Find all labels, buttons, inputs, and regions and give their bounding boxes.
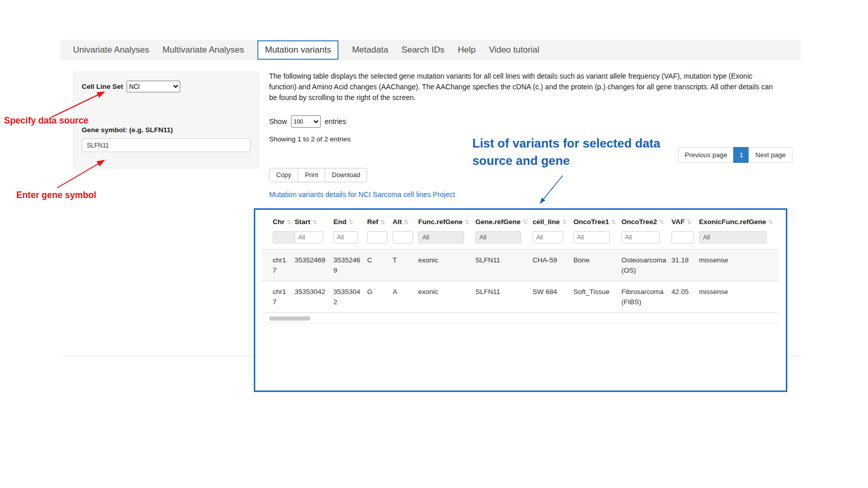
- gene-symbol-input[interactable]: [82, 138, 251, 152]
- column-header-oncotree2[interactable]: OncoTree2⇅: [619, 212, 669, 230]
- filter-cell: [365, 230, 390, 250]
- previous-page-button[interactable]: Previous page: [678, 147, 734, 163]
- filter-oncotree1[interactable]: [573, 231, 610, 243]
- column-header-end[interactable]: End⇅: [331, 212, 365, 230]
- horizontal-scrollbar-thumb[interactable]: [269, 316, 310, 321]
- sort-icon: ⇅: [611, 219, 616, 225]
- annotation-enter-gene-symbol: Enter gene symbol: [16, 190, 97, 201]
- cell-start: 35352469: [292, 250, 331, 281]
- column-label: Alt: [393, 218, 402, 226]
- filter-exonicfunc-refgene[interactable]: All: [699, 231, 767, 243]
- table-filter-row: AllAllAll: [262, 230, 779, 250]
- cell-ref: C: [365, 250, 390, 281]
- column-header-start[interactable]: Start⇅: [292, 212, 331, 230]
- entries-per-page-select[interactable]: 100: [291, 115, 321, 128]
- sort-icon: ⇅: [404, 219, 409, 225]
- variants-table-container: Chr⇅Start⇅End⇅Ref⇅Alt⇅Func.refGene⇅Gene.…: [254, 208, 787, 392]
- column-header-vaf[interactable]: VAF⇅: [669, 212, 696, 230]
- column-header-ref[interactable]: Ref⇅: [365, 212, 390, 230]
- cell-chr: chr17: [262, 250, 292, 281]
- cell-start: 35353042: [292, 281, 331, 313]
- tab-bar: Univariate AnalysesMultivariate Analyses…: [60, 40, 801, 60]
- cell-gene-refgene: SLFN11: [473, 281, 530, 313]
- cell-cell-line: SW 684: [530, 281, 571, 313]
- sort-icon: ⇅: [312, 219, 318, 225]
- filter-gene-refgene[interactable]: All: [475, 231, 521, 243]
- tab-multivariate-analyses[interactable]: Multivariate Analyses: [162, 45, 244, 55]
- column-label: End: [333, 218, 347, 226]
- cell-oncotree1: Soft_Tissue: [571, 281, 619, 313]
- sort-icon: ⇅: [562, 219, 567, 225]
- entries-label: entries: [325, 117, 346, 126]
- filter-cell: [669, 230, 696, 250]
- column-label: Func.refGene: [418, 218, 463, 226]
- control-panel: Cell Line Set NCI Gene symbol: (e.g. SLF…: [73, 71, 259, 168]
- filter-start[interactable]: [295, 231, 323, 243]
- column-header-gene-refgene[interactable]: Gene.refGene⇅: [473, 212, 530, 230]
- tab-help[interactable]: Help: [457, 45, 475, 55]
- column-header-exonicfunc-refgene[interactable]: ExonicFunc.refGene⇅: [696, 212, 779, 230]
- cell-alt: T: [390, 250, 416, 281]
- tab-metadata[interactable]: Metadata: [352, 45, 388, 55]
- cell-line-set-select[interactable]: NCI: [127, 81, 180, 92]
- table-row[interactable]: chr173535246935352469CTexonicSLFN11CHA-5…: [262, 250, 779, 281]
- next-page-button[interactable]: Next page: [749, 147, 792, 163]
- column-header-func-refgene[interactable]: Func.refGene⇅: [416, 212, 473, 230]
- sort-icon: ⇅: [380, 219, 385, 225]
- column-label: Chr: [273, 218, 284, 226]
- table-title-link[interactable]: Mutation variants details for NCI Sarcom…: [269, 190, 455, 199]
- cell-chr: chr17: [262, 281, 292, 313]
- filter-func-refgene[interactable]: All: [418, 231, 464, 243]
- cell-oncotree2: Osteosarcoma (OS): [619, 250, 669, 281]
- filter-cell-line[interactable]: [533, 231, 563, 243]
- column-header-oncotree1[interactable]: OncoTree1⇅: [571, 212, 619, 230]
- filter-alt[interactable]: [393, 231, 413, 243]
- column-label: OncoTree2: [621, 218, 657, 226]
- column-label: Gene.refGene: [475, 218, 521, 226]
- cell-oncotree2: Fibrosarcoma (FIBS): [619, 281, 669, 313]
- showing-entries-status: Showing 1 to 2 of 2 entries: [269, 135, 351, 143]
- cell-oncotree1: Bone: [571, 250, 619, 281]
- filter-ref[interactable]: [367, 231, 388, 243]
- filter-end[interactable]: [333, 231, 358, 243]
- cell-cell-line: CHA-59: [530, 250, 571, 281]
- sort-icon: ⇅: [349, 219, 354, 225]
- sort-icon: ⇅: [465, 219, 470, 225]
- cell-line-set-row: Cell Line Set NCI: [82, 81, 251, 92]
- cell-alt: A: [390, 281, 416, 313]
- tab-univariate-analyses[interactable]: Univariate Analyses: [73, 45, 149, 55]
- tab-search-ids[interactable]: Search IDs: [401, 45, 444, 55]
- filter-cell: All: [696, 230, 779, 250]
- filter-cell: [390, 230, 416, 250]
- tab-mutation-variants[interactable]: Mutation variants: [257, 40, 339, 60]
- print-button[interactable]: Print: [298, 168, 325, 182]
- column-header-cell-line[interactable]: cell_line⇅: [530, 212, 571, 230]
- cell-gene-refgene: SLFN11: [473, 250, 530, 281]
- cell-exonicfunc-refgene: missense: [696, 250, 779, 281]
- table-body: chr173535246935352469CTexonicSLFN11CHA-5…: [262, 250, 779, 313]
- current-page-button[interactable]: 1: [733, 147, 749, 163]
- show-entries-row: Show 100 entries: [269, 115, 346, 128]
- tab-video-tutorial[interactable]: Video tutorial: [489, 45, 539, 55]
- filter-cell: All: [473, 230, 530, 250]
- filter-oncotree2[interactable]: [621, 231, 660, 243]
- annotation-specify-data-source: Specify data source: [4, 115, 88, 126]
- horizontal-scrollbar-track: [262, 316, 779, 323]
- copy-button[interactable]: Copy: [269, 168, 298, 182]
- filter-vaf[interactable]: [671, 231, 694, 243]
- sort-icon: ⇅: [687, 219, 692, 225]
- column-header-chr[interactable]: Chr⇅: [262, 212, 292, 230]
- blue-arrow-to-table: [540, 176, 563, 203]
- filter-cell: [262, 230, 292, 250]
- sort-icon: ⇅: [286, 219, 292, 225]
- annotation-list-of-variants: List of variants for selected data sourc…: [472, 135, 674, 169]
- filter-cell: [530, 230, 571, 250]
- cell-end: 35353042: [331, 281, 365, 313]
- export-button-group: CopyPrintDownload: [269, 168, 367, 182]
- cell-func-refgene: exonic: [416, 281, 473, 313]
- pagination: Previous page 1 Next page: [678, 147, 792, 163]
- filter-cell: [619, 230, 669, 250]
- table-row[interactable]: chr173535304235353042GAexonicSLFN11SW 68…: [262, 281, 779, 313]
- column-header-alt[interactable]: Alt⇅: [390, 212, 416, 230]
- download-button[interactable]: Download: [325, 168, 368, 182]
